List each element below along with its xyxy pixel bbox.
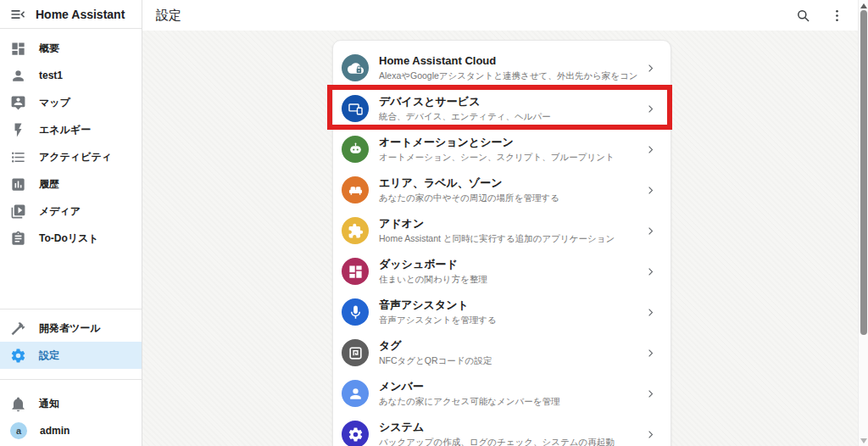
item-description: NFCタグとQRコードの設定 bbox=[379, 355, 637, 366]
item-text: 音声アシスタント 音声アシスタントを管理する bbox=[379, 298, 637, 326]
sidebar-item-label: 履歴 bbox=[39, 177, 59, 192]
settings-item-addons[interactable]: アドオン Home Assistant と同時に実行する追加のアプリケーション bbox=[333, 210, 670, 251]
app-window: Home Assistant 概要 test1 マップ エネルギー アクティビテ… bbox=[0, 0, 868, 446]
chevron-right-icon bbox=[644, 184, 657, 197]
settings-item-devices[interactable]: デバイスとサービス 統合、デバイス、エンティティ、ヘルパー bbox=[333, 88, 670, 129]
item-title: エリア、ラベル、ゾーン bbox=[379, 176, 637, 190]
sidebar-spacer bbox=[0, 252, 142, 309]
header-actions bbox=[793, 6, 846, 25]
item-title: アドオン bbox=[379, 217, 637, 231]
item-icon-circle bbox=[342, 339, 369, 366]
more-vert-icon bbox=[829, 8, 845, 24]
hammer-icon bbox=[10, 321, 26, 337]
main-area: 設定 Home Assistant Cloud AlexaやGoogleアシスタ… bbox=[142, 0, 868, 446]
item-description: 住まいとの関わり方を整理 bbox=[379, 274, 637, 285]
settings-item-people[interactable]: メンバー あなたの家にアクセス可能なメンバーを管理 bbox=[333, 373, 670, 414]
view-dashboard-icon bbox=[10, 41, 26, 57]
item-icon-circle bbox=[342, 136, 369, 163]
item-title: メンバー bbox=[379, 380, 637, 393]
page-scrollbar[interactable] bbox=[858, 0, 868, 446]
cog-icon bbox=[348, 426, 364, 443]
avatar: a bbox=[10, 422, 27, 439]
chevron-right-icon bbox=[644, 428, 657, 441]
sidebar-item-label: To-Doリスト bbox=[39, 231, 99, 246]
chevron-right-icon bbox=[644, 347, 657, 360]
sidebar-item-settings[interactable]: 設定 bbox=[0, 342, 142, 369]
sidebar-divider bbox=[0, 379, 142, 380]
item-icon-circle bbox=[342, 258, 369, 285]
account-icon bbox=[348, 386, 364, 402]
settings-card: Home Assistant Cloud AlexaやGoogleアシスタントと… bbox=[332, 40, 671, 446]
search-button[interactable] bbox=[793, 6, 812, 25]
item-icon-circle bbox=[342, 54, 369, 81]
view-dashboard-icon bbox=[348, 264, 364, 280]
chevron-right-icon bbox=[644, 225, 657, 237]
sidebar-item-label: test1 bbox=[39, 70, 63, 81]
item-title: 音声アシスタント bbox=[379, 298, 637, 312]
sidebar-item-developer-tools[interactable]: 開発者ツール bbox=[0, 315, 142, 342]
item-title: システム bbox=[379, 421, 637, 434]
sidebar-item-notifications[interactable]: 通知 bbox=[0, 390, 142, 417]
sidebar-item-admin[interactable]: a admin bbox=[0, 417, 142, 444]
list-bulleted-icon bbox=[10, 149, 26, 165]
chart-box-icon bbox=[10, 176, 26, 192]
sofa-icon bbox=[348, 182, 364, 198]
overflow-menu-button[interactable] bbox=[827, 6, 846, 25]
app-title: Home Assistant bbox=[36, 8, 125, 21]
bell-icon bbox=[10, 396, 26, 412]
item-description: あなたの家にアクセス可能なメンバーを管理 bbox=[379, 396, 637, 407]
sidebar-item-label: アクティビティ bbox=[39, 150, 112, 164]
sidebar-item-energy[interactable]: エネルギー bbox=[0, 116, 142, 143]
sidebar-item-overview[interactable]: 概要 bbox=[0, 35, 142, 62]
item-description: 統合、デバイス、エンティティ、ヘルパー bbox=[379, 111, 637, 122]
sidebar-item-label: 通知 bbox=[39, 397, 59, 411]
main-header: 設定 bbox=[142, 0, 868, 31]
item-description: オートメーション、シーン、スクリプト、ブループリント bbox=[379, 152, 637, 163]
play-box-multiple-icon bbox=[10, 203, 26, 220]
settings-item-dashboards[interactable]: ダッシュボード 住まいとの関わり方を整理 bbox=[333, 251, 670, 292]
scrollbar-down-arrow-icon[interactable] bbox=[860, 438, 867, 443]
item-description: バックアップの作成、ログのチェック、システムの再起動 bbox=[379, 437, 637, 446]
sidebar-item-label: マップ bbox=[39, 96, 70, 110]
item-description: AlexaやGoogleアシスタントと連携させて、外出先から家をコントロール bbox=[379, 70, 637, 81]
sidebar-item-todo[interactable]: To-Doリスト bbox=[0, 225, 142, 252]
sidebar-toggle-button[interactable] bbox=[8, 5, 27, 24]
sidebar-item-map[interactable]: マップ bbox=[0, 89, 142, 116]
chevron-right-icon bbox=[644, 306, 657, 319]
sidebar-header: Home Assistant bbox=[0, 0, 142, 29]
item-text: デバイスとサービス 統合、デバイス、エンティティ、ヘルパー bbox=[379, 95, 637, 122]
sidebar-item-test1[interactable]: test1 bbox=[0, 62, 142, 89]
item-title: デバイスとサービス bbox=[379, 95, 637, 109]
settings-item-system[interactable]: システム バックアップの作成、ログのチェック、システムの再起動 bbox=[333, 414, 670, 446]
item-icon-circle bbox=[342, 380, 369, 407]
chevron-right-icon bbox=[644, 265, 657, 278]
item-icon-circle bbox=[342, 217, 369, 244]
chevron-right-icon bbox=[644, 62, 657, 75]
chevron-right-icon bbox=[644, 103, 657, 115]
sidebar-item-label: admin bbox=[40, 425, 70, 437]
scrollbar-thumb[interactable] bbox=[860, 10, 867, 335]
settings-item-areas[interactable]: エリア、ラベル、ゾーン あなたの家の中やその周辺の場所を管理する bbox=[333, 170, 670, 210]
clipboard-list-icon bbox=[10, 231, 26, 247]
settings-item-cloud[interactable]: Home Assistant Cloud AlexaやGoogleアシスタントと… bbox=[333, 47, 670, 88]
item-icon-circle bbox=[342, 298, 369, 326]
item-title: Home Assistant Cloud bbox=[379, 54, 637, 68]
sidebar-item-activity[interactable]: アクティビティ bbox=[0, 143, 142, 170]
item-text: アドオン Home Assistant と同時に実行する追加のアプリケーション bbox=[379, 217, 637, 244]
menu-toggle-icon bbox=[9, 6, 26, 23]
item-icon-circle bbox=[342, 421, 369, 446]
microphone-icon bbox=[348, 304, 364, 321]
sidebar-item-history[interactable]: 履歴 bbox=[0, 170, 142, 198]
settings-item-voice[interactable]: 音声アシスタント 音声アシスタントを管理する bbox=[333, 292, 670, 332]
chevron-right-icon bbox=[644, 387, 657, 400]
settings-item-tags[interactable]: タグ NFCタグとQRコードの設定 bbox=[333, 332, 670, 373]
settings-item-automations[interactable]: オートメーションとシーン オートメーション、シーン、スクリプト、ブループリント bbox=[333, 129, 670, 170]
sidebar-item-media[interactable]: メディア bbox=[0, 198, 142, 225]
sidebar-nav-footer: 通知 a admin bbox=[0, 390, 142, 446]
puzzle-icon bbox=[348, 223, 364, 239]
item-text: エリア、ラベル、ゾーン あなたの家の中やその周辺の場所を管理する bbox=[379, 176, 637, 203]
item-icon-circle bbox=[342, 95, 369, 122]
scrollbar-up-arrow-icon[interactable] bbox=[860, 3, 867, 8]
item-description: 音声アシスタントを管理する bbox=[379, 315, 637, 326]
item-text: Home Assistant Cloud AlexaやGoogleアシスタントと… bbox=[379, 54, 637, 81]
